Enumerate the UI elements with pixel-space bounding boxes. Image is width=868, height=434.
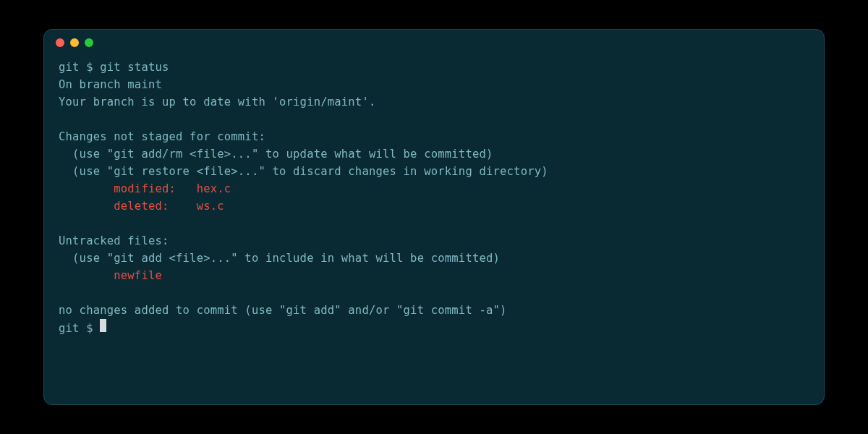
- untracked-header: Untracked files:: [59, 232, 809, 250]
- close-icon[interactable]: [56, 38, 64, 47]
- prompt-prefix: git $: [59, 320, 100, 337]
- summary-line: no changes added to commit (use "git add…: [59, 302, 809, 319]
- uptodate-line: Your branch is up to date with 'origin/m…: [59, 93, 809, 111]
- maximize-icon[interactable]: [85, 38, 93, 47]
- modified-file-line: modified: hex.c: [59, 180, 809, 197]
- blank-line: [59, 215, 809, 232]
- untracked-file-line: newfile: [59, 267, 809, 284]
- prompt-prefix: git $: [59, 61, 100, 74]
- cursor-icon: [100, 319, 106, 332]
- entered-command: git status: [100, 61, 169, 74]
- window-titlebar: [44, 30, 824, 56]
- deleted-file-line: deleted: ws.c: [59, 197, 809, 215]
- blank-line: [59, 284, 809, 302]
- terminal-window[interactable]: git $ git status On branch maint Your br…: [43, 29, 825, 405]
- blank-line: [59, 111, 809, 128]
- minimize-icon[interactable]: [70, 38, 79, 47]
- hint-add: (use "git add/rm <file>..." to update wh…: [59, 145, 809, 163]
- prompt-line: git $ git status: [59, 59, 809, 76]
- hint-untracked: (use "git add <file>..." to include in w…: [59, 250, 809, 267]
- terminal-output[interactable]: git $ git status On branch maint Your br…: [44, 56, 824, 352]
- branch-status-line: On branch maint: [59, 76, 809, 93]
- active-prompt-line[interactable]: git $: [59, 319, 809, 337]
- hint-restore: (use "git restore <file>..." to discard …: [59, 163, 809, 180]
- changes-header: Changes not staged for commit:: [59, 128, 809, 145]
